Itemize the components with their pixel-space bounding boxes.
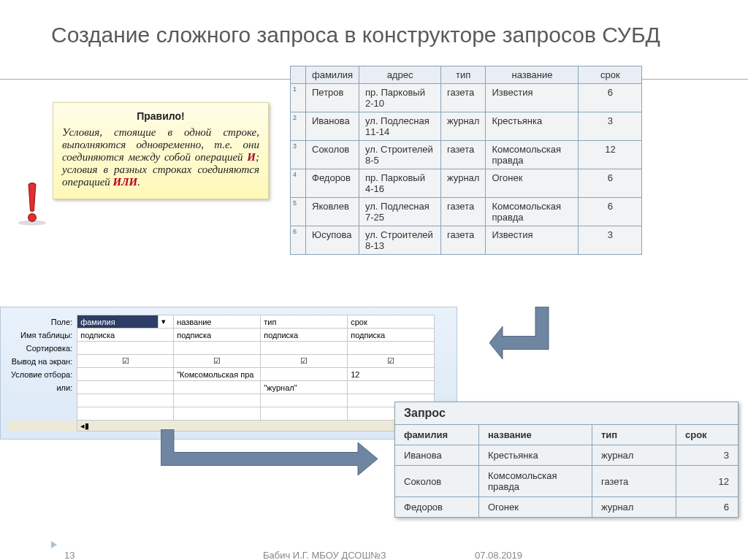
cell-table[interactable]: подписка — [77, 329, 174, 342]
author: Бабич И.Г. МБОУ ДСОШ№3 — [263, 550, 386, 560]
rule-kw-or: ИЛИ — [113, 176, 138, 188]
th-term: срок — [579, 66, 642, 84]
th-type: тип — [441, 66, 486, 84]
lbl-or: или: — [8, 381, 77, 394]
th-name: название — [486, 66, 579, 84]
cell-criteria[interactable]: "Комсомольская пра — [174, 368, 261, 381]
table-row: 1Петровпр. Парковый 2-10газетаИзвестия6 — [291, 84, 642, 112]
cell-field[interactable]: тип — [261, 315, 348, 329]
show-checkbox[interactable]: ☑ — [261, 355, 348, 368]
qh: название — [479, 425, 592, 445]
date: 07.08.2019 — [475, 550, 522, 560]
cell-table[interactable]: подписка — [174, 329, 261, 342]
rule-kw-and: И — [247, 151, 256, 163]
cell-table[interactable]: подписка — [261, 329, 348, 342]
rule-t3: . — [137, 176, 140, 188]
cell-table[interactable]: подписка — [348, 329, 435, 342]
cell-criteria[interactable] — [77, 368, 174, 381]
qh: срок — [676, 425, 739, 445]
cell-field[interactable]: срок — [348, 315, 435, 329]
slide-bullet-icon — [51, 541, 57, 548]
svg-point-1 — [28, 214, 37, 222]
table-row: 6Юсуповаул. Строителей 8-13газетаИзвести… — [291, 226, 642, 255]
cell-or[interactable]: "журнал" — [261, 381, 348, 394]
cell-or[interactable] — [348, 381, 435, 394]
table-row: СоколовКомсомольская правдагазета12 — [395, 466, 739, 497]
lbl-field: Поле: — [8, 315, 77, 329]
query-result-table: Запрос фамилия название тип срок Иванова… — [394, 402, 739, 518]
page-number: 13 — [64, 550, 75, 560]
cell-criteria[interactable] — [261, 368, 348, 381]
query-designer-panel: Поле: фамилия ▾ название тип срок Имя та… — [0, 307, 457, 440]
table-row: ФедоровОгонекжурнал6 — [395, 497, 739, 518]
cell-sort[interactable] — [77, 342, 174, 355]
lbl-show: Вывод на экран: — [8, 355, 77, 368]
cell-field[interactable]: название — [174, 315, 261, 329]
arrow-icon — [161, 429, 416, 502]
cell-criteria[interactable]: 12 — [348, 368, 435, 381]
show-checkbox[interactable]: ☑ — [77, 355, 174, 368]
query-title: Запрос — [395, 402, 739, 425]
table-row: 4Федоровпр. Парковый 4-16журналОгонек6 — [291, 169, 642, 198]
lbl-criteria: Условие отбора: — [8, 368, 77, 381]
lbl-table: Имя таблицы: — [8, 329, 77, 342]
table-row: ИвановаКрестьянкажурнал3 — [395, 445, 739, 466]
cell-field[interactable]: фамилия — [77, 315, 159, 329]
table-row: 5Яковлевул. Подлесная 7-25газетаКомсомол… — [291, 198, 642, 226]
exclamation-icon — [15, 183, 50, 226]
show-checkbox[interactable]: ☑ — [174, 355, 261, 368]
th-surname: фамилия — [306, 66, 359, 84]
rule-body: Условия, стоящие в одной строке, выполня… — [62, 126, 259, 188]
cell-or[interactable] — [174, 381, 261, 394]
page-title: Создание сложного запроса в конструкторе… — [51, 22, 660, 48]
cell-or[interactable] — [77, 381, 174, 394]
table-row: 3Соколовул. Строителей 8-5газетаКомсомол… — [291, 141, 642, 169]
qh: фамилия — [395, 425, 479, 445]
arrow-icon — [489, 307, 570, 380]
table-row: 2Ивановаул. Подлесная 11-14журналКрестья… — [291, 112, 642, 141]
rule-t1: Условия, стоящие в одной строке, выполня… — [62, 126, 259, 163]
query-grid: Поле: фамилия ▾ название тип срок Имя та… — [8, 315, 435, 431]
source-table: фамилия адрес тип название срок 1Петровп… — [290, 66, 642, 255]
show-checkbox[interactable]: ☑ — [348, 355, 435, 368]
th-address: адрес — [359, 66, 441, 84]
lbl-sort: Сортировка: — [8, 342, 77, 355]
rule-heading: Правило! — [62, 110, 259, 122]
rule-note: Правило! Условия, стоящие в одной строке… — [53, 102, 269, 199]
qh: тип — [592, 425, 676, 445]
